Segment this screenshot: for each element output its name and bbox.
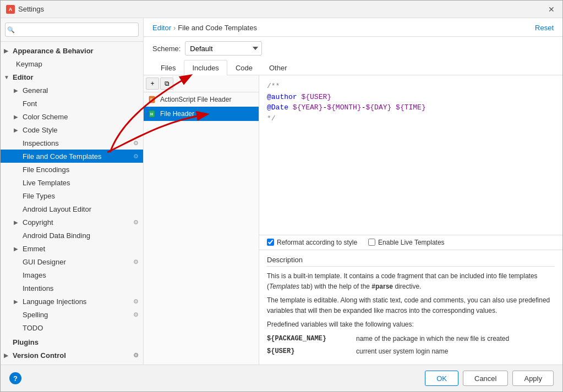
- spacer: [14, 272, 20, 278]
- sidebar-item-label: Images: [23, 271, 46, 279]
- description-panel: Description This is a built-in template.…: [259, 250, 562, 365]
- sidebar-item-file-encodings[interactable]: File Encodings: [1, 163, 143, 176]
- spacer: [14, 140, 20, 146]
- desc-para-2: The template is editable. Along with sta…: [267, 295, 555, 316]
- template-area: + ⧉ F ActionScript File Header: [144, 75, 562, 365]
- sidebar-item-label: Emmet: [23, 245, 45, 253]
- code-editor: /** @author ${USER} @Date ${YEAR}-${MONT…: [259, 75, 562, 365]
- sidebar-item-font[interactable]: Font: [1, 97, 143, 110]
- reformat-checkbox-label[interactable]: Reformat according to style: [267, 239, 357, 246]
- file-icon: F: [148, 95, 157, 104]
- sidebar-item-general[interactable]: ▶ General: [1, 84, 143, 97]
- tab-other[interactable]: Other: [261, 60, 296, 75]
- spacer: [14, 206, 20, 212]
- template-item-file-header[interactable]: H File Header: [144, 107, 259, 121]
- spacer: [14, 312, 20, 318]
- expand-icon: ▶: [14, 246, 20, 252]
- help-button[interactable]: ?: [9, 372, 21, 384]
- desc-para-3: Predefined variables will take the follo…: [267, 319, 555, 330]
- close-button[interactable]: ✕: [546, 4, 557, 15]
- settings-icon: ⚙: [133, 153, 139, 160]
- sidebar-item-label: Live Templates: [23, 179, 70, 187]
- sidebar-item-editor[interactable]: ▼ Editor: [1, 70, 143, 84]
- variable-table: ${PACKAGE_NAME} name of the package in w…: [267, 334, 555, 357]
- sidebar-item-label: Editor: [13, 73, 34, 81]
- window-title: Settings: [18, 5, 546, 13]
- sidebar-item-gui-designer[interactable]: GUI Designer ⚙: [1, 255, 143, 268]
- template-item-actionscript[interactable]: F ActionScript File Header: [144, 92, 259, 107]
- scheme-select[interactable]: Default Project: [185, 41, 262, 56]
- template-list-toolbar: + ⧉: [144, 75, 259, 92]
- sidebar-item-images[interactable]: Images: [1, 268, 143, 281]
- var-name-package: ${PACKAGE_NAME}: [267, 334, 349, 344]
- code-line-2: @author ${USER}: [267, 92, 555, 103]
- tab-code[interactable]: Code: [227, 60, 261, 75]
- spacer: [14, 153, 20, 159]
- search-bar: [1, 18, 143, 42]
- sidebar-item-label: Intentions: [23, 284, 53, 292]
- app-icon: A: [6, 5, 15, 14]
- sidebar-item-file-and-code-templates[interactable]: File and Code Templates ⚙: [1, 150, 143, 163]
- add-template-button[interactable]: +: [146, 78, 159, 90]
- sidebar-item-keymap[interactable]: Keymap: [1, 57, 143, 70]
- cancel-button[interactable]: Cancel: [463, 371, 508, 386]
- settings-icon: ⚙: [133, 311, 139, 318]
- ok-button[interactable]: OK: [425, 371, 458, 386]
- bottom-bar: ? OK Cancel Apply: [1, 365, 562, 391]
- expand-icon: ▶: [14, 114, 20, 120]
- sidebar-item-copyright[interactable]: ▶ Copyright ⚙: [1, 216, 143, 229]
- sidebar-item-plugins[interactable]: Plugins: [1, 335, 143, 349]
- sidebar-item-spelling[interactable]: Spelling ⚙: [1, 308, 143, 321]
- sidebar-item-label: Code Style: [23, 126, 58, 134]
- scheme-row: Scheme: Default Project: [144, 37, 562, 60]
- code-content[interactable]: /** @author ${USER} @Date ${YEAR}-${MONT…: [259, 75, 562, 235]
- settings-window: A Settings ✕ ▶ Appearance & Behavior: [0, 0, 563, 392]
- sidebar-item-label: Font: [23, 100, 37, 108]
- spacer: [14, 259, 20, 265]
- tab-files[interactable]: Files: [152, 60, 184, 75]
- sidebar-item-emmet[interactable]: ▶ Emmet: [1, 242, 143, 255]
- sidebar-item-label: Version Control: [13, 351, 66, 360]
- sidebar-item-file-types[interactable]: File Types: [1, 189, 143, 202]
- sidebar-item-live-templates[interactable]: Live Templates: [1, 176, 143, 189]
- svg-text:H: H: [150, 112, 153, 116]
- sidebar-item-code-style[interactable]: ▶ Code Style: [1, 123, 143, 136]
- live-templates-label: Enable Live Templates: [378, 239, 445, 246]
- sidebar: ▶ Appearance & Behavior Keymap ▼ Editor …: [1, 18, 144, 365]
- tab-includes[interactable]: Includes: [184, 60, 227, 75]
- breadcrumb-parent[interactable]: Editor: [152, 24, 171, 32]
- expand-icon: ▶: [14, 219, 20, 225]
- breadcrumb: Editor › File and Code Templates: [152, 24, 257, 32]
- breadcrumb-separator: ›: [173, 24, 176, 32]
- sidebar-item-color-scheme[interactable]: ▶ Color Scheme: [1, 110, 143, 123]
- var-desc-user: current user system login name: [356, 346, 448, 357]
- sidebar-item-intentions[interactable]: Intentions: [1, 281, 143, 295]
- sidebar-item-appearance[interactable]: ▶ Appearance & Behavior: [1, 44, 143, 57]
- sidebar-item-language-injections[interactable]: ▶ Language Injections ⚙: [1, 295, 143, 308]
- expand-icon: ▶: [4, 352, 10, 358]
- reformat-checkbox[interactable]: [267, 239, 274, 246]
- expand-icon: ▶: [14, 299, 20, 305]
- code-line-4: */: [267, 113, 555, 124]
- panel-header: Editor › File and Code Templates Reset: [144, 18, 562, 37]
- sidebar-item-android-layout-editor[interactable]: Android Layout Editor: [1, 202, 143, 216]
- template-list: + ⧉ F ActionScript File Header: [144, 75, 259, 365]
- template-item-label: ActionScript File Header: [160, 96, 231, 103]
- sidebar-item-inspections[interactable]: Inspections ⚙: [1, 136, 143, 150]
- live-templates-checkbox-label[interactable]: Enable Live Templates: [368, 239, 445, 246]
- expand-icon: ▶: [14, 87, 20, 93]
- sidebar-item-android-data-binding[interactable]: Android Data Binding: [1, 229, 143, 242]
- copy-template-button[interactable]: ⧉: [160, 78, 173, 90]
- reset-button[interactable]: Reset: [535, 24, 554, 32]
- sidebar-item-todo[interactable]: TODO: [1, 321, 143, 334]
- live-templates-checkbox[interactable]: [368, 239, 375, 246]
- var-name-user: ${USER}: [267, 346, 349, 357]
- expand-icon: ▶: [14, 127, 20, 133]
- apply-button[interactable]: Apply: [512, 371, 554, 386]
- search-input[interactable]: [5, 23, 139, 37]
- description-title: Description: [267, 256, 555, 267]
- settings-icon: ⚙: [133, 140, 139, 147]
- template-item-label: File Header: [160, 110, 194, 118]
- sidebar-item-version-control[interactable]: ▶ Version Control ⚙: [1, 349, 143, 362]
- sidebar-item-label: Spelling: [23, 311, 48, 319]
